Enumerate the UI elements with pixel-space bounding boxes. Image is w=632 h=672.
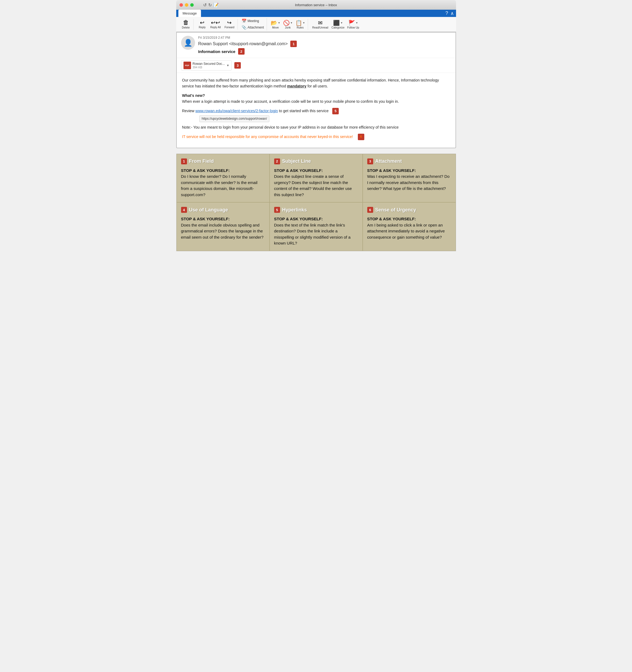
attachment-file[interactable]: PDF Rowan Secured Doc... 394 KB ▼ [181,60,232,71]
rules-label: Rules [297,26,304,29]
annotation-text-4: Does the email include obvious spelling … [181,223,264,239]
file-name: Rowan Secured Doc... [193,62,225,66]
junk-button[interactable]: 🚫 ▼ Junk [282,19,294,30]
meeting-attachment-group: 📅 Meeting 📎 Attachment [240,18,265,30]
categorize-icon: ⬛ [333,20,340,26]
tab-message[interactable]: Message [179,10,201,17]
email-subject: Information service [198,49,235,54]
tags-group: ✉ Read/Unread ⬛ ▼ Categorize 🚩 ▼ Follow … [309,19,362,30]
respond-group: 📅 Meeting 📎 Attachment [239,18,267,30]
annotation-title-4: Use of Language [189,207,228,213]
maximize-button[interactable] [190,3,194,7]
rules-dropdown-arrow: ▼ [303,22,305,24]
annotations-grid: 1 From Field STOP & ASK YOURSELF: Do I k… [176,153,456,251]
badge-attachment: 3 [234,62,241,69]
rules-button[interactable]: 📋 ▼ Rules [294,19,306,30]
mandatory-text: mandatory [287,84,306,88]
delete-button[interactable]: 🗑 Delete [180,19,192,30]
whats-new-body: When ever a login attempt is made to you… [182,98,450,104]
attachment-label: Attachment [248,26,264,29]
annotation-header-6: 6 Sense of Urgency [367,207,451,213]
email-link[interactable]: www.rowan.edu/owa/client-services/2-fact… [195,109,278,113]
annotation-num-6: 6 [367,207,373,213]
annotation-text-3: Was I expecting to receive an attachment… [367,174,450,191]
annotation-text-6: Am I being asked to click a link or open… [367,223,445,239]
help-icon[interactable]: ? [445,10,448,16]
move-button[interactable]: 📂 ▼ Move [270,19,281,30]
annotation-ask-1: STOP & ASK YOURSELF: [181,168,230,173]
minimize-button[interactable] [185,3,188,7]
pdf-icon: PDF [184,62,191,69]
annotation-ask-5: STOP & ASK YOURSELF: [274,217,323,221]
meeting-icon: 📅 [242,19,247,23]
paragraph1-end: for all users. [306,84,328,88]
warning-highlight: never keyed-in this service! [307,135,353,139]
attachment-dropdown-arrow[interactable]: ▼ [227,64,230,67]
review-end: to get started with this service [279,109,328,113]
junk-icon: 🚫 [283,20,290,26]
follow-up-dropdown-arrow: ▼ [356,22,358,24]
categorize-label: Categorize [331,26,344,29]
move-group: 📂 ▼ Move 🚫 ▼ Junk 📋 ▼ Rules [268,19,308,30]
annotation-header-5: 5 Hyperlinks [274,207,358,213]
categorize-dropdown-arrow: ▼ [341,22,343,24]
whats-new-section: What's new? When ever a login attempt is… [182,93,450,105]
compose-icon[interactable]: 📝 [213,2,219,7]
annotation-num-1: 1 [181,159,187,164]
annotation-text-1: Do I know the sender? Do I normally comm… [181,174,257,197]
annotation-title-6: Sense of Urgency [375,207,416,213]
ribbon-toolbar: 🗑 Delete ↩ Reply ↩↩ Reply All ↪ Forward [176,17,456,32]
attachment-button[interactable]: 📎 Attachment [240,24,265,30]
email-paragraph1: Our community has suffered from many phi… [182,77,450,89]
undo-redo-group[interactable]: ↺ ↻ 📝 [203,2,219,7]
reply-button[interactable]: ↩ Reply [196,19,208,30]
attachment-icon: 📎 [242,25,247,30]
email-body: Our community has suffered from many phi… [177,73,455,148]
ribbon-container: Message ? ∧ 🗑 Delete ↩ Reply ↩↩ Reply Al… [176,10,456,32]
annotation-num-5: 5 [274,207,280,213]
annotation-card-2: 2 Subject Line STOP & ASK YOURSELF: Does… [270,154,363,202]
annotation-header-1: 1 From Field [181,159,265,164]
annotation-body-1: STOP & ASK YOURSELF: Do I know the sende… [181,168,265,198]
follow-up-button[interactable]: 🚩 ▼ Follow Up [346,19,360,30]
avatar: 👤 [181,36,195,50]
file-info: Rowan Secured Doc... 394 KB [193,62,225,69]
read-unread-button[interactable]: ✉ Read/Unread [311,19,330,30]
forward-label: Forward [225,26,234,29]
annotation-body-6: STOP & ASK YOURSELF: Am I being asked to… [367,216,451,240]
undo-icon[interactable]: ↺ [203,2,207,7]
read-unread-icon: ✉ [318,20,323,26]
window-controls[interactable] [180,3,194,7]
whats-new-title: What's new? [182,93,450,98]
reply-group: ↩ Reply ↩↩ Reply All ↪ Forward [195,19,238,30]
reply-all-button[interactable]: ↩↩ Reply All [209,19,223,30]
annotation-card-3: 3 Attachment STOP & ASK YOURSELF: Was I … [363,154,456,202]
badge-urgency: 6 [358,134,364,140]
email-date: Fri 3/15/2019 2:47 PM [198,36,451,40]
forward-button[interactable]: ↪ Forward [223,19,236,30]
meeting-button[interactable]: 📅 Meeting [240,18,260,24]
annotation-body-4: STOP & ASK YOURSELF: Does the email incl… [181,216,265,240]
annotation-header-4: 4 Use of Language [181,207,265,213]
annotation-header-3: 3 Attachment [367,159,451,164]
note-text: Note:- You are meant to login from your … [182,124,450,130]
annotation-card-4: 4 Use of Language STOP & ASK YOURSELF: D… [177,202,270,251]
annotation-ask-4: STOP & ASK YOURSELF: [181,217,230,221]
forward-icon: ↪ [227,20,232,25]
close-button[interactable] [180,3,183,7]
window-title: Information service – Inbox [295,3,337,7]
redo-icon[interactable]: ↻ [208,2,212,7]
ribbon-tab-right: ? ∧ [445,10,456,17]
annotation-ask-6: STOP & ASK YOURSELF: [367,217,416,221]
delete-icon: 🗑 [183,20,189,26]
reply-all-label: Reply All [210,26,221,29]
collapse-icon[interactable]: ∧ [450,10,454,17]
categorize-button[interactable]: ⬛ ▼ Categorize [330,19,346,30]
annotation-title-3: Attachment [375,159,402,164]
annotation-header-2: 2 Subject Line [274,159,358,164]
annotation-card-1: 1 From Field STOP & ASK YOURSELF: Do I k… [177,154,270,202]
badge-hyperlinks: 5 [332,108,339,114]
title-bar: ↺ ↻ 📝 Information service – Inbox [176,0,456,10]
annotation-text-2: Does the subject line create a sense of … [274,174,352,197]
rules-icon: 📋 [296,20,302,26]
